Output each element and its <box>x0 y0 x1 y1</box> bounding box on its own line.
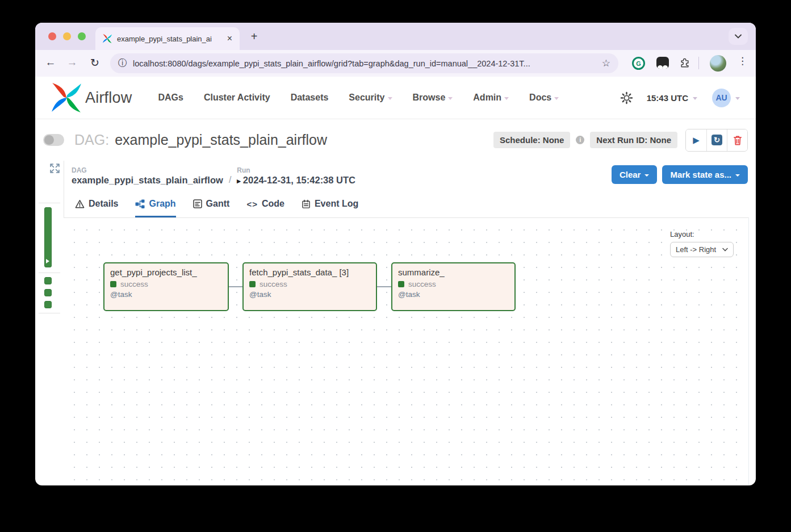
tab-graph[interactable]: Graph <box>135 199 175 217</box>
browser-window: example_pypi_stats_plain_ai × + ← → ↻ ⓘ … <box>35 23 756 485</box>
reload-button[interactable]: ↻ <box>87 56 102 69</box>
address-bar[interactable]: ⓘ localhost:8080/dags/example_pypi_stats… <box>110 53 618 73</box>
trigger-dag-button[interactable]: ▶ <box>686 129 706 151</box>
success-status-icon <box>249 281 256 287</box>
airflow-brand[interactable]: Airflow <box>51 82 132 113</box>
reparse-dag-button[interactable]: ↻ <box>706 129 727 151</box>
task-status: success <box>260 280 287 288</box>
run-info-bar: DAG example_pypi_stats_plain_airflow / R… <box>64 161 749 191</box>
caret-down-icon <box>554 97 559 100</box>
tab-event-log[interactable]: Event Log <box>302 199 358 217</box>
task-title: summarize_ <box>398 267 509 277</box>
graph-icon <box>135 199 145 209</box>
tab-search-button[interactable] <box>729 28 748 45</box>
tab-title: example_pypi_stats_plain_ai <box>117 35 225 43</box>
gantt-icon <box>193 199 202 208</box>
tab-gantt[interactable]: Gantt <box>193 199 230 217</box>
graph-canvas[interactable]: Layout: Left -> Right get_pypi_projects_… <box>64 217 749 485</box>
nav-item-datasets[interactable]: Datasets <box>291 93 329 103</box>
dag-header-actions: Schedule: None i Next Run ID: None ▶ ↻ <box>493 129 748 152</box>
schedule-badge: Schedule: None <box>493 132 570 148</box>
dag-breadcrumb[interactable]: DAG example_pypi_stats_plain_airflow <box>72 166 223 186</box>
airflow-logo-icon <box>51 82 82 113</box>
dag-prefix-label: DAG: <box>74 132 109 148</box>
chevron-down-icon <box>735 34 742 39</box>
next-run-badge: Next Run ID: None <box>590 132 677 148</box>
selected-run-marker-icon <box>46 259 49 263</box>
task-decorator: @task <box>398 290 509 299</box>
grid-divider <box>39 273 60 273</box>
task-status: success <box>408 280 436 288</box>
run-breadcrumb[interactable]: Run ▸2024-12-31, 15:42:38 UTC <box>237 166 355 186</box>
edge-connector <box>229 286 242 287</box>
toolbar-divider <box>698 57 699 69</box>
caret-down-icon <box>735 97 740 100</box>
nav-item-cluster-activity[interactable]: Cluster Activity <box>204 93 270 103</box>
url-text: localhost:8080/dags/example_pypi_stats_p… <box>133 59 596 68</box>
mark-state-button[interactable]: Mark state as... <box>662 165 748 184</box>
dag-pause-toggle[interactable] <box>43 134 64 146</box>
caret-down-icon <box>388 97 392 100</box>
tab-close-icon[interactable]: × <box>225 33 234 44</box>
nav-item-browse[interactable]: Browse <box>413 93 453 103</box>
minimize-window-button[interactable] <box>63 32 71 40</box>
clear-button[interactable]: Clear <box>612 165 658 184</box>
browser-menu-icon[interactable]: ⋮ <box>738 55 747 67</box>
task-node-summarize[interactable]: summarize_ success @task <box>391 262 516 311</box>
dag-label: DAG <box>72 166 223 174</box>
task-instance-square[interactable] <box>44 277 52 284</box>
caret-down-icon <box>504 97 509 100</box>
info-icon[interactable]: i <box>576 136 584 144</box>
extensions-puzzle-icon[interactable] <box>679 57 690 71</box>
grammarly-extension-icon[interactable]: G <box>632 57 645 70</box>
task-instance-square[interactable] <box>44 289 52 296</box>
tab-details[interactable]: Details <box>75 199 118 217</box>
nav-item-admin[interactable]: Admin <box>473 93 509 103</box>
airflow-navbar: Airflow DAGs Cluster Activity Datasets S… <box>35 77 756 119</box>
task-node-get-pypi-projects-list[interactable]: get_pypi_projects_list_ success @task <box>103 262 229 311</box>
clock[interactable]: 15:43 UTC <box>647 93 688 103</box>
browser-profile-avatar[interactable] <box>710 55 726 72</box>
layout-label: Layout: <box>670 230 734 238</box>
trash-icon <box>733 135 743 146</box>
close-window-button[interactable] <box>48 32 56 40</box>
navbar-right: 15:43 UTC AU <box>620 89 740 107</box>
nav-item-docs[interactable]: Docs <box>529 93 559 103</box>
zoom-window-button[interactable] <box>78 32 86 40</box>
success-status-icon <box>110 281 116 287</box>
new-tab-button[interactable]: + <box>246 29 262 44</box>
delete-dag-button[interactable] <box>727 129 747 151</box>
user-avatar[interactable]: AU <box>712 89 731 107</box>
nav-item-security[interactable]: Security <box>349 93 392 103</box>
toggle-knob <box>44 135 54 145</box>
layout-control: Layout: Left -> Right <box>670 230 734 257</box>
run-timestamp: ▸2024-12-31, 15:42:38 UTC <box>237 175 355 186</box>
dark-extension-icon[interactable] <box>656 57 669 69</box>
task-node-fetch-pypi-stats-data[interactable]: fetch_pypi_stats_data_ [3] success @task <box>242 262 377 311</box>
gear-icon[interactable] <box>620 91 633 104</box>
bookmark-star-icon[interactable]: ☆ <box>602 57 610 69</box>
page-info-icon[interactable]: ⓘ <box>118 57 127 69</box>
task-title: get_pypi_projects_list_ <box>110 267 222 277</box>
expand-grid-icon[interactable] <box>49 163 60 176</box>
run-label: Run <box>237 166 355 174</box>
dag-run-bar[interactable] <box>44 207 52 267</box>
nav-item-dags[interactable]: DAGs <box>158 93 183 103</box>
view-tabs: Details Graph Gantt <> Code <box>64 191 749 217</box>
warning-triangle-icon <box>75 199 85 209</box>
tab-code[interactable]: <> Code <box>246 199 284 217</box>
task-decorator: @task <box>110 290 222 299</box>
dag-name: example_pypi_stats_plain_airflow <box>72 175 223 186</box>
task-status: success <box>120 280 148 288</box>
forward-button[interactable]: → <box>65 56 79 69</box>
task-instance-square[interactable] <box>44 301 52 308</box>
browser-tab[interactable]: example_pypi_stats_plain_ai × <box>95 27 240 50</box>
event-log-icon <box>302 199 311 209</box>
layout-select[interactable]: Left -> Right <box>670 242 734 257</box>
code-icon: <> <box>246 199 258 209</box>
back-button[interactable]: ← <box>43 56 58 69</box>
airflow-favicon <box>102 33 112 44</box>
run-marker-icon: ▸ <box>237 177 241 185</box>
browser-toolbar: ← → ↻ ⓘ localhost:8080/dags/example_pypi… <box>35 50 756 77</box>
dag-title: example_pypi_stats_plain_airflow <box>115 132 327 148</box>
